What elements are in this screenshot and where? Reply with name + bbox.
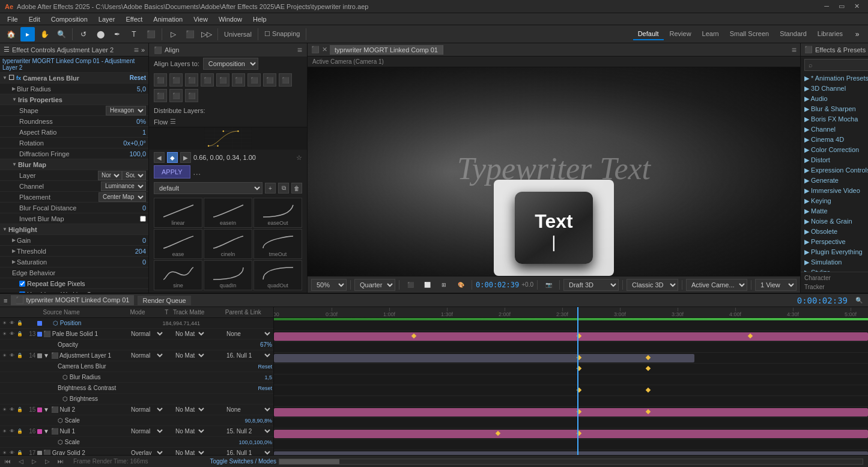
camera-select[interactable]: Active Came... (686, 279, 747, 291)
vis-btn[interactable]: 👁 (9, 320, 16, 327)
tl-first[interactable]: ⏮ (2, 456, 13, 467)
solo-btn[interactable]: ☀ (1, 320, 8, 327)
vis-17[interactable]: 👁 (9, 450, 16, 456)
vis-14[interactable]: 👁 (9, 352, 16, 359)
preset-easein[interactable]: easeIn (204, 198, 252, 228)
diffraction-value[interactable]: 100,0 (129, 150, 146, 157)
tl-prev-kf[interactable]: ◁ (16, 456, 26, 467)
viewer-header-menu[interactable]: ≡ (792, 45, 797, 55)
layer-select2[interactable]: Source (122, 171, 146, 180)
workspace-default[interactable]: Default (633, 28, 664, 40)
lock-13[interactable]: 🔒 (16, 331, 23, 338)
layer-16-parent[interactable]: 15. Null 2 (224, 427, 272, 435)
track-area[interactable]: 0:00 0:30f 1:00f 1:30f 2:00f 2:30f 3:00f… (274, 307, 868, 455)
pen-tool[interactable]: ✒ (110, 27, 124, 41)
layer-13-mode[interactable]: Normal (129, 330, 165, 338)
cat-blur[interactable]: ▶ Blur & Sharpen (801, 104, 868, 114)
kf-bc-1[interactable] (577, 388, 581, 392)
menu-effect[interactable]: Effect (121, 13, 147, 25)
kf-clb-1[interactable] (577, 366, 581, 371)
vis-15[interactable]: 👁 (9, 406, 16, 414)
layer-14-name[interactable]: ▼ ⬛ Adjustment Layer 1 (43, 352, 129, 359)
select-tool[interactable]: ▸ (20, 27, 35, 41)
dist-v1[interactable]: ⬛ (154, 89, 167, 102)
preview-opts[interactable]: ▷▷ (199, 27, 214, 41)
layer-14-parent[interactable]: 16. Null 1 (224, 352, 272, 359)
cat-noise[interactable]: ▶ Noise & Grain (801, 216, 868, 227)
layer-13-matte[interactable]: No Mat (173, 330, 206, 338)
dist-h1[interactable]: ⬛ (247, 73, 261, 87)
preview-stop[interactable]: ⬛ (183, 27, 197, 41)
shape-select[interactable]: Hexagon (106, 106, 146, 115)
align-right[interactable]: ⬛ (185, 73, 198, 87)
invert-blur-checkbox[interactable] (140, 216, 146, 222)
home-tool[interactable]: 🏠 (4, 27, 18, 41)
15-scale-value[interactable]: 90,8,90,8% (244, 418, 272, 424)
render-quality-select[interactable]: Draft 3DFinal Quality (563, 279, 619, 291)
iris-properties-header[interactable]: ▼ Iris Properties (0, 94, 148, 105)
search-keyframe[interactable]: 🔍 (854, 295, 864, 306)
solo-17[interactable]: ☀ (1, 450, 8, 456)
ellipsis-btn[interactable]: … (193, 168, 201, 176)
graph-next[interactable]: ▶ (180, 152, 191, 163)
lock-17[interactable]: 🔒 (16, 450, 23, 456)
tl-play[interactable]: ▷ (29, 456, 40, 467)
render-queue-tab[interactable]: Render Queue (138, 296, 190, 305)
threshold-value[interactable]: 204 (135, 248, 146, 255)
align-center-h[interactable]: ⬛ (169, 73, 183, 87)
16-scale-value[interactable]: 100,0,100,0% (238, 439, 272, 445)
timeline-tab-comp[interactable]: ⬛ typrwriter MOGRT Linked Comp 01 (11, 295, 134, 305)
solo-14[interactable]: ☀ (1, 352, 8, 359)
workspace-standard[interactable]: Standard (775, 28, 812, 40)
dist-h2[interactable]: ⬛ (263, 73, 276, 87)
menu-window[interactable]: Window (214, 13, 247, 25)
layer-17-parent[interactable]: 16. Null 1 (224, 449, 272, 455)
workspace-expand[interactable]: » (850, 27, 864, 41)
preset-sine[interactable]: sine (154, 260, 202, 290)
grid-btn[interactable]: ⊞ (437, 279, 451, 290)
effect-checkbox[interactable]: ☐ (8, 74, 14, 82)
cat-color[interactable]: ▶ Color Correction (801, 145, 868, 155)
text-tool[interactable]: T (127, 27, 141, 41)
blur-focal-value[interactable]: 0 (142, 204, 146, 212)
menu-help[interactable]: Help (248, 13, 272, 25)
cat-simulation[interactable]: ▶ Simulation (801, 257, 868, 267)
roundness-value[interactable]: 0% (136, 118, 146, 125)
dist-h3[interactable]: ⬛ (279, 73, 292, 87)
render-mode-select[interactable]: Classic 3DCinema 4D (627, 279, 678, 291)
solo-15[interactable]: ☀ (1, 406, 8, 414)
blur-radius-value[interactable]: 5,0 (137, 85, 146, 93)
align-left[interactable]: ⬛ (154, 73, 167, 87)
roi-btn[interactable]: ⬛ (403, 279, 417, 290)
camera-lens-blur-reset[interactable]: Reset (130, 75, 146, 81)
layer-16-name[interactable]: ▼ ⬛ Null 1 (43, 428, 129, 435)
align-bottom[interactable]: ⬛ (232, 73, 245, 87)
flow-menu[interactable]: ☰ (170, 118, 176, 126)
layer-13-parent[interactable]: None (224, 330, 272, 338)
align-center-v[interactable]: ⬛ (216, 73, 229, 87)
preset-tmeout[interactable]: tmeOut (253, 229, 302, 259)
camera-snap-btn[interactable]: 📷 (541, 279, 556, 290)
cat-immersive[interactable]: ▶ Immersive Video (801, 186, 868, 196)
viewer-tab-comp[interactable]: typrwriter MOGRT Linked Comp 01 (330, 45, 443, 55)
gain-value[interactable]: 0 (142, 237, 146, 244)
menu-animation[interactable]: Animation (148, 13, 187, 25)
graph-star[interactable]: ☆ (296, 154, 302, 162)
cat-audio[interactable]: ▶ Audio (801, 94, 868, 104)
maximize-btn[interactable]: ▭ (835, 2, 848, 10)
br-value[interactable]: 1,5 (264, 374, 272, 380)
layer-14-matte[interactable]: No Mat (173, 352, 206, 359)
lock-16[interactable]: 🔒 (16, 428, 23, 435)
preset-select[interactable]: default (154, 182, 263, 194)
apply-button[interactable]: APPLY (154, 165, 190, 179)
layer-15-matte[interactable]: No Mat (173, 406, 206, 414)
camera-lens-blur-header[interactable]: ▼ ☐ fx Camera Lens Blur Reset (0, 73, 148, 84)
cat-boris[interactable]: ▶ Boris FX Mocha (801, 114, 868, 124)
workspace-small[interactable]: Small Screen (725, 28, 774, 40)
saturation-value[interactable]: 0 (142, 258, 146, 266)
align-menu[interactable]: ≡ (297, 45, 302, 55)
cat-animation[interactable]: ▶ * Animation Presets (801, 73, 868, 84)
preset-linear[interactable]: linear (154, 198, 202, 228)
bc-reset[interactable]: Reset (258, 385, 272, 391)
workspace-review[interactable]: Review (665, 28, 696, 40)
